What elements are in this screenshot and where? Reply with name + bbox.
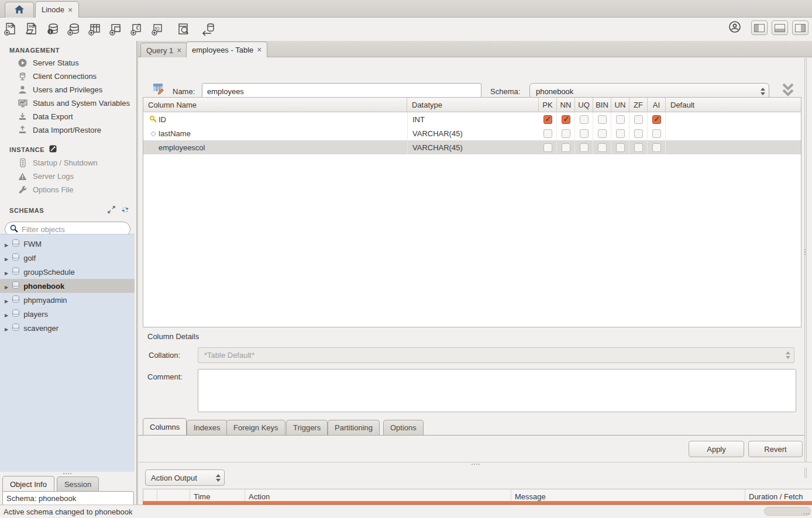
- expander-icon[interactable]: [5, 324, 8, 333]
- revert-button[interactable]: Revert: [748, 441, 803, 457]
- header-default[interactable]: Default: [666, 98, 801, 112]
- toggle-left-panel-button[interactable]: [751, 20, 768, 35]
- sidebar-item-client-connections[interactable]: Client Connections: [0, 70, 136, 83]
- cell-default[interactable]: [666, 126, 801, 140]
- tab-options[interactable]: Options: [383, 420, 424, 435]
- sidebar-item-startup-shutdown[interactable]: Startup / Shutdown: [0, 156, 136, 170]
- header-datatype[interactable]: Datatype: [407, 98, 539, 112]
- close-icon[interactable]: ×: [177, 46, 181, 54]
- checkbox-pk[interactable]: [539, 140, 557, 154]
- expander-icon[interactable]: [5, 254, 8, 263]
- checkbox-zf[interactable]: [629, 140, 648, 154]
- resize-grip[interactable]: [804, 513, 810, 514]
- new-schema-icon[interactable]: [63, 20, 84, 38]
- db-inspector-icon[interactable]: i: [42, 20, 63, 38]
- checkbox-un[interactable]: [611, 126, 629, 140]
- schema-item-players[interactable]: players: [0, 307, 135, 321]
- tab-partitioning[interactable]: Partitioning: [328, 420, 380, 435]
- header-pk[interactable]: PK: [539, 98, 557, 112]
- schema-item-scavenger[interactable]: scavenger: [0, 321, 135, 335]
- close-icon[interactable]: ×: [68, 6, 73, 14]
- column-row-employeescol[interactable]: employeescol VARCHAR(45): [143, 140, 801, 154]
- header-nn[interactable]: NN: [557, 98, 575, 112]
- checkbox-bin[interactable]: [593, 126, 611, 140]
- output-splitter[interactable]: [138, 462, 812, 468]
- cell-default[interactable]: [666, 140, 801, 154]
- sidebar-item-users-privileges[interactable]: Users and Privileges: [0, 83, 136, 96]
- right-splitter[interactable]: [804, 58, 807, 478]
- open-sql-script-icon[interactable]: SQL: [21, 20, 42, 38]
- tab-object-info[interactable]: Object Info: [2, 476, 54, 492]
- tab-employees-table[interactable]: employees - Table ×: [186, 42, 267, 57]
- header-ai[interactable]: AI: [648, 98, 666, 112]
- cell-default[interactable]: [666, 112, 801, 126]
- new-procedure-icon[interactable]: [126, 20, 147, 38]
- expander-icon[interactable]: [5, 240, 8, 248]
- expander-icon[interactable]: [5, 310, 8, 319]
- toggle-right-panel-button[interactable]: [792, 20, 808, 35]
- table-search-icon[interactable]: [173, 20, 194, 38]
- checkbox-zf[interactable]: [629, 126, 648, 140]
- schema-item-phpmyadmin[interactable]: phpmyadmin: [0, 293, 135, 307]
- header-bin[interactable]: BIN: [593, 98, 611, 112]
- tab-indexes[interactable]: Indexes: [187, 420, 228, 435]
- new-sql-tab-icon[interactable]: SQL: [0, 20, 21, 38]
- user-circle-icon[interactable]: [728, 20, 741, 35]
- tab-columns[interactable]: Columns: [143, 418, 187, 435]
- home-tab[interactable]: [5, 2, 34, 18]
- checkbox-uq[interactable]: [575, 112, 593, 126]
- tab-session[interactable]: Session: [57, 476, 99, 492]
- sidebar-item-options-file[interactable]: Options File: [0, 183, 136, 196]
- comment-textarea[interactable]: [198, 369, 796, 412]
- schema-item-golf[interactable]: golf: [0, 251, 135, 265]
- apply-button[interactable]: Apply: [689, 441, 744, 457]
- checkbox-nn[interactable]: [557, 126, 575, 140]
- tab-triggers[interactable]: Triggers: [286, 420, 328, 435]
- checkbox-zf[interactable]: [629, 112, 648, 126]
- new-table-icon[interactable]: [84, 20, 105, 38]
- collation-select[interactable]: *Table Default*: [198, 347, 794, 363]
- column-row-lastname[interactable]: lastName VARCHAR(45): [143, 126, 801, 140]
- right-splitter-handle[interactable]: [804, 249, 806, 255]
- refresh-schemas-icon[interactable]: [121, 206, 129, 215]
- checkbox-uq[interactable]: [575, 140, 593, 154]
- sidebar-item-server-logs[interactable]: Server Logs: [0, 170, 136, 183]
- connection-tab[interactable]: Linode ×: [35, 1, 79, 18]
- schema-filter-input[interactable]: [22, 225, 125, 234]
- tab-query-1[interactable]: Query 1 ×: [140, 43, 187, 57]
- header-column-name[interactable]: Column Name: [143, 98, 407, 112]
- schema-item-phonebook[interactable]: phonebook: [0, 279, 135, 293]
- expander-icon[interactable]: [5, 282, 8, 291]
- tab-foreign-keys[interactable]: Foreign Keys: [226, 420, 285, 435]
- sidebar-splitter-handle[interactable]: [63, 473, 71, 474]
- header-uq[interactable]: UQ: [575, 98, 593, 112]
- sidebar-item-server-status[interactable]: Server Status: [0, 56, 136, 70]
- schema-item-groupschedule[interactable]: groupSchedule: [0, 265, 135, 279]
- schema-item-fwm[interactable]: FWM: [0, 237, 135, 251]
- expander-icon[interactable]: [5, 268, 8, 277]
- new-function-icon[interactable]: f(): [147, 20, 168, 38]
- checkbox-nn[interactable]: [557, 112, 575, 126]
- checkbox-pk[interactable]: [539, 126, 557, 140]
- checkbox-pk[interactable]: [539, 112, 557, 126]
- close-icon[interactable]: ×: [257, 46, 262, 54]
- new-view-icon[interactable]: [105, 20, 126, 38]
- sidebar-item-status-variables[interactable]: Status and System Variables: [0, 96, 136, 110]
- data-transfer-icon[interactable]: [198, 20, 219, 38]
- spinner-icon[interactable]: [757, 88, 765, 95]
- checkbox-un[interactable]: [611, 112, 629, 126]
- checkbox-bin[interactable]: [593, 112, 611, 126]
- checkbox-ai[interactable]: [648, 126, 666, 140]
- checkbox-un[interactable]: [611, 140, 629, 154]
- column-row-id[interactable]: ID INT: [143, 112, 801, 126]
- expander-icon[interactable]: [5, 296, 8, 305]
- checkbox-uq[interactable]: [575, 126, 593, 140]
- expand-schemas-icon[interactable]: [108, 206, 115, 215]
- sidebar-item-data-import[interactable]: Data Import/Restore: [0, 123, 136, 137]
- action-output-select[interactable]: Action Output: [145, 469, 225, 486]
- toggle-bottom-panel-button[interactable]: [772, 20, 788, 35]
- checkbox-ai[interactable]: [648, 112, 666, 126]
- checkbox-ai[interactable]: [648, 140, 666, 154]
- checkbox-nn[interactable]: [557, 140, 575, 154]
- header-un[interactable]: UN: [611, 98, 629, 112]
